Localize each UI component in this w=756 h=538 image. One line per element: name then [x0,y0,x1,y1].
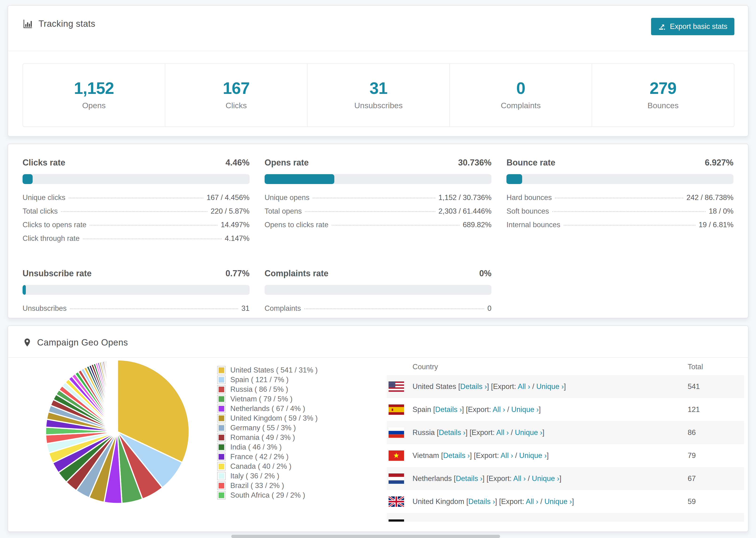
stat-line-value: 0 [487,304,491,313]
progress-bar-fill [507,174,522,184]
rate-value: 4.46% [226,158,249,168]
country-name: Spain [412,405,431,413]
legend-swatch [218,395,225,403]
legend-swatch [218,424,225,432]
stat-line-value: 220 / 5.87% [211,207,249,215]
geo-table-header: Country Total [387,359,744,375]
dotted-leader [69,198,203,198]
rate-head: Complaints rate0% [265,269,492,278]
stat-line: Clicks to opens rate14.497% [23,221,249,234]
stat-line-label: Internal bounces [507,221,560,229]
details-link[interactable]: Details › [439,428,465,437]
rate-head: Bounce rate6.927% [507,158,733,168]
progress-bar [23,174,249,184]
stat-line-value: 18 / 0% [709,207,733,215]
export-unique-link[interactable]: Unique › [544,497,572,506]
table-row: United Kingdom [Details ›] [Export: All … [387,490,744,513]
stat-value: 279 [592,79,734,98]
export-all-link[interactable]: All › [518,382,530,391]
details-link[interactable]: Details › [460,382,487,391]
rate-title: Unsubscribe rate [23,269,91,278]
total-column-header: Total [688,363,744,371]
export-all-link[interactable]: All › [501,452,513,459]
export-all-link[interactable]: All › [496,428,509,437]
progress-bar [265,174,492,184]
rate-head: Unsubscribe rate0.77% [23,269,249,278]
legend-label: Canada ( 40 / 2% ) [230,462,291,471]
progress-bar-fill [23,174,33,184]
table-row-text: Russia [Details ›] [Export: All › / Uniq… [412,428,544,437]
dotted-leader [564,225,695,226]
legend-item: Brazil ( 33 / 2% ) [218,481,318,490]
dotted-leader [83,239,222,239]
export-unique-link[interactable]: Unique › [511,405,539,413]
legend-item: United Kingdom ( 59 / 3% ) [218,413,318,423]
table-row: Germany [Details ›] [Export: All › / Uni… [387,513,744,521]
table-row-main: Russia [Details ›] [Export: All › / Uniq… [387,427,688,438]
table-row-total: 55 [688,520,744,521]
stat-label: Clicks [165,101,307,110]
details-link[interactable]: Details › [468,497,495,506]
export-unique-link[interactable]: Unique › [536,382,564,391]
rates-grid: Clicks rate4.46%Unique clicks167 / 4.456… [8,144,748,331]
table-row-total: 79 [688,452,744,460]
table-row-total: 86 [688,428,744,437]
stat-value: 167 [165,79,307,98]
legend-label: Italy ( 36 / 2% ) [230,472,279,480]
legend-label: Netherlands ( 67 / 4% ) [230,404,305,413]
rate-rows: Unsubscribes31 [23,304,249,318]
details-link[interactable]: Details › [443,452,470,459]
table-row-text: United Kingdom [Details ›] [Export: All … [412,497,574,506]
map-pin-icon [23,337,32,348]
rate-rows: Hard bounces242 / 86.738%Soft bounces18 … [507,193,733,234]
dotted-leader [70,308,238,309]
de-flag-icon [389,519,404,521]
legend-swatch [218,492,225,499]
export-unique-link[interactable]: Unique › [523,520,550,521]
legend-label: Romania ( 49 / 3% ) [230,433,295,442]
stat-line-label: Unsubscribes [23,304,67,313]
export-all-link[interactable]: All › [504,520,516,521]
stat-label: Unsubscribes [307,101,449,110]
export-unique-link[interactable]: Unique › [515,428,542,437]
stat-line-label: Soft bounces [507,207,549,215]
stat-line-label: Total opens [265,207,302,215]
stat-line-value: 2,303 / 61.446% [439,207,492,215]
export-unique-link[interactable]: Unique › [519,452,547,459]
horizontal-scrollbar-thumb[interactable] [231,535,500,538]
stat-line-label: Click through rate [23,234,80,243]
dotted-leader [304,308,484,309]
details-link[interactable]: Details › [447,520,473,521]
export-all-link[interactable]: All › [526,497,538,506]
export-all-link[interactable]: All › [493,405,505,413]
geo-table: Country Total United States [Details ›] … [387,359,744,521]
progress-bar-fill [265,174,334,184]
rate-value: 0.77% [226,269,249,278]
rate-rows: Unique opens1,152 / 30.736%Total opens2,… [265,193,492,234]
progress-bar [265,285,492,295]
details-link[interactable]: Details › [435,405,462,413]
dotted-leader [313,198,435,198]
table-row-text: Netherlands [Details ›] [Export: All › /… [412,474,561,483]
table-row: Spain [Details ›] [Export: All › / Uniqu… [387,398,744,421]
export-all-link[interactable]: All › [513,474,526,483]
details-link[interactable]: Details › [456,474,482,483]
rate-title: Opens rate [265,158,309,168]
legend-item: Vietnam ( 79 / 5% ) [218,394,318,404]
stat-line: Click through rate4.147% [23,234,249,248]
table-row: Russia [Details ›] [Export: All › / Uniq… [387,421,744,444]
stat-box: 0Complaints [450,64,592,127]
rate-rows: Complaints0 [265,304,492,318]
table-row-main: United States [Details ›] [Export: All ›… [387,381,688,392]
rate-value: 6.927% [705,158,733,168]
table-row: Vietnam [Details ›] [Export: All › / Uni… [387,444,744,467]
export-basic-stats-button[interactable]: Export basic stats [651,18,734,35]
export-unique-link[interactable]: Unique › [532,474,559,483]
stat-line-label: Hard bounces [507,193,552,202]
stat-line-value: 242 / 86.738% [686,193,733,202]
country-name: Vietnam [412,452,439,459]
legend-swatch [218,472,225,480]
rate-block: Unsubscribe rate0.77%Unsubscribes31 [23,269,249,318]
stats-row: 1,152Opens167Clicks31Unsubscribes0Compla… [23,63,734,127]
legend-label: South Africa ( 29 / 2% ) [230,491,305,500]
